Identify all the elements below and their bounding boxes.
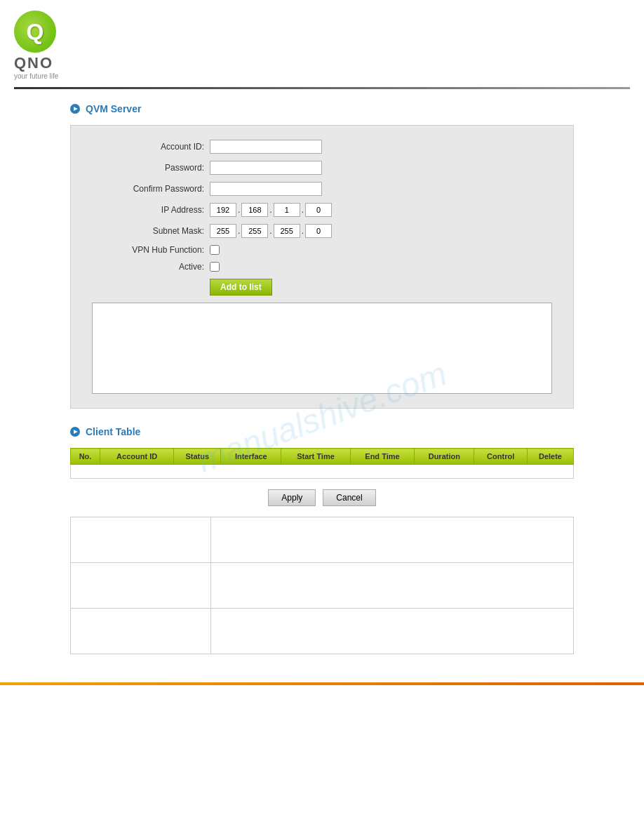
vpn-hub-checkbox[interactable] bbox=[210, 245, 220, 255]
active-label: Active: bbox=[92, 262, 204, 272]
bottom-row-2 bbox=[71, 563, 574, 609]
bottom-cell-1-1 bbox=[71, 517, 211, 563]
bottom-cell-1-2 bbox=[211, 517, 574, 563]
ip-octet-4[interactable] bbox=[305, 203, 332, 217]
col-delete: Delete bbox=[527, 449, 573, 465]
empty-row bbox=[71, 465, 574, 479]
bottom-cell-2-2 bbox=[211, 563, 574, 609]
vpn-hub-row: VPN Hub Function: bbox=[92, 245, 552, 255]
apply-button[interactable]: Apply bbox=[268, 489, 316, 506]
subnet-mask-label: Subnet Mask: bbox=[92, 226, 204, 236]
subnet-mask-row: Subnet Mask: . . . bbox=[92, 224, 552, 238]
qvm-server-label: QVM Server bbox=[86, 103, 141, 114]
logo-qno-text: QNO bbox=[14, 54, 53, 72]
cancel-button[interactable]: Cancel bbox=[323, 489, 375, 506]
ip-octet-3[interactable] bbox=[274, 203, 300, 217]
account-id-row: Account ID: bbox=[92, 140, 552, 154]
client-table-section-title: Client Table bbox=[70, 426, 574, 437]
col-interface: Interface bbox=[221, 449, 281, 465]
account-id-label: Account ID: bbox=[92, 142, 204, 152]
ip-address-row: IP Address: . . . bbox=[92, 203, 552, 217]
password-input[interactable] bbox=[210, 161, 322, 175]
confirm-password-label: Confirm Password: bbox=[92, 184, 204, 194]
active-row: Active: bbox=[92, 262, 552, 272]
client-table-label: Client Table bbox=[86, 426, 140, 437]
qvm-bullet-icon bbox=[70, 104, 80, 114]
active-checkbox[interactable] bbox=[210, 262, 220, 272]
confirm-password-input[interactable] bbox=[210, 182, 322, 196]
action-buttons: Apply Cancel bbox=[70, 489, 574, 506]
bottom-row-3 bbox=[71, 609, 574, 654]
qvm-server-form-box: Account ID: Password: Confirm Password: … bbox=[70, 125, 574, 409]
qvm-server-section-title: QVM Server bbox=[70, 103, 574, 114]
bottom-cell-2-1 bbox=[71, 563, 211, 609]
client-table-section: Client Table No. Account ID Status Inter… bbox=[70, 426, 574, 654]
subnet-mask-group: . . . bbox=[210, 224, 332, 238]
vpn-hub-label: VPN Hub Function: bbox=[92, 245, 204, 255]
col-duration: Duration bbox=[415, 449, 474, 465]
subnet-octet-1[interactable] bbox=[210, 224, 236, 238]
col-no: No. bbox=[71, 449, 100, 465]
col-account-id: Account ID bbox=[100, 449, 173, 465]
logo-tagline: your future life bbox=[14, 72, 58, 80]
subnet-octet-2[interactable] bbox=[241, 224, 268, 238]
bottom-row-1 bbox=[71, 517, 574, 563]
bottom-cell-3-2 bbox=[211, 609, 574, 654]
logo-container: Q QNO your future life bbox=[14, 11, 630, 80]
ip-address-label: IP Address: bbox=[92, 205, 204, 215]
confirm-password-row: Confirm Password: bbox=[92, 182, 552, 196]
col-start-time: Start Time bbox=[281, 449, 350, 465]
table-row bbox=[71, 465, 574, 479]
ip-octet-1[interactable] bbox=[210, 203, 236, 217]
ip-octet-2[interactable] bbox=[241, 203, 268, 217]
ip-address-group: . . . bbox=[210, 203, 332, 217]
bottom-table bbox=[70, 517, 574, 654]
bottom-cell-3-1 bbox=[71, 609, 211, 654]
header: Q QNO your future life bbox=[0, 0, 644, 87]
add-to-list-button[interactable]: Add to list bbox=[210, 279, 272, 296]
col-end-time: End Time bbox=[350, 449, 415, 465]
server-list-box[interactable] bbox=[92, 303, 552, 394]
subnet-octet-4[interactable] bbox=[305, 224, 332, 238]
client-table-header-row: No. Account ID Status Interface Start Ti… bbox=[71, 449, 574, 465]
client-bullet-icon bbox=[70, 427, 80, 437]
logo-icon: Q bbox=[14, 11, 56, 53]
main-content: QVM Server Account ID: Password: Confirm… bbox=[0, 89, 644, 668]
col-control: Control bbox=[474, 449, 528, 465]
col-status: Status bbox=[174, 449, 221, 465]
subnet-octet-3[interactable] bbox=[274, 224, 300, 238]
logo-q-letter: Q bbox=[27, 20, 44, 43]
password-label: Password: bbox=[92, 163, 204, 173]
client-table: No. Account ID Status Interface Start Ti… bbox=[70, 448, 574, 479]
account-id-input[interactable] bbox=[210, 140, 322, 154]
password-row: Password: bbox=[92, 161, 552, 175]
footer-bar bbox=[0, 682, 644, 685]
